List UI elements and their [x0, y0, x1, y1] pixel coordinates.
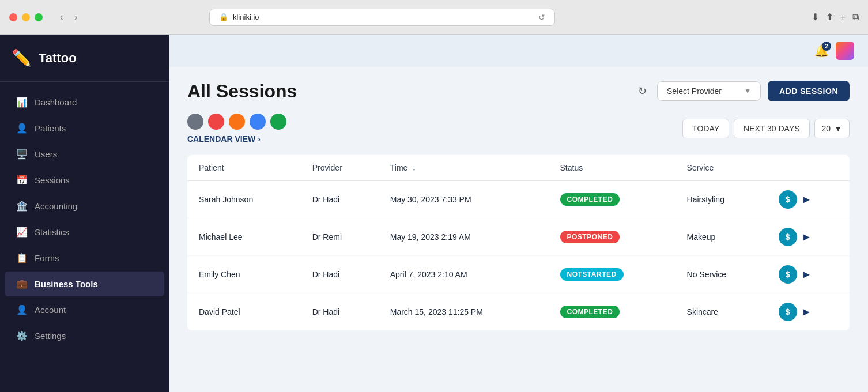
tabs-button[interactable]: ⧉ — [852, 12, 859, 22]
sidebar-label-account: Account — [35, 305, 66, 315]
dashboard-icon: 📊 — [16, 97, 28, 108]
table-row: Sarah Johnson Dr Hadi May 30, 2023 7:33 … — [187, 181, 850, 218]
status-badge: COMPLETED — [560, 193, 620, 206]
cell-provider: Dr Hadi — [301, 256, 379, 293]
chevron-right-icon: › — [258, 134, 261, 144]
app-wrapper: ✏️ Tattoo 📊 Dashboard 👤 Patients 🖥️ User… — [0, 35, 868, 392]
cell-time: May 19, 2023 2:19 AM — [379, 218, 549, 256]
sidebar-item-forms[interactable]: 📋 Forms — [5, 246, 164, 270]
col-header-provider: Provider — [301, 155, 379, 181]
browser-action-buttons: ⬇ ⬆ + ⧉ — [802, 12, 868, 22]
col-header-patient: Patient — [187, 155, 301, 181]
refresh-button[interactable]: ↻ — [635, 81, 650, 101]
filter-dot-orange[interactable] — [229, 114, 245, 130]
content-area: All Sessions ↻ Select Provider ▼ ADD SES… — [169, 67, 868, 392]
sidebar-item-business-tools[interactable]: 💼 Business Tools — [5, 272, 164, 296]
send-button[interactable]: ► — [802, 306, 812, 318]
patients-icon: 👤 — [16, 123, 28, 134]
forms-icon: 📋 — [16, 252, 28, 263]
calendar-view-label: CALENDAR VIEW — [187, 134, 255, 144]
select-provider-dropdown[interactable]: Select Provider ▼ — [657, 81, 761, 101]
view-controls: TODAY NEXT 30 DAYS 20 ▼ — [682, 119, 850, 138]
payment-button[interactable]: $ — [779, 265, 797, 284]
header-controls: ↻ Select Provider ▼ ADD SESSION — [635, 81, 850, 101]
sidebar-label-accounting: Accounting — [35, 201, 77, 211]
sidebar-item-users[interactable]: 🖥️ Users — [5, 142, 164, 167]
table-row: Emily Chen Dr Hadi April 7, 2023 2:10 AM… — [187, 256, 850, 293]
sort-icon: ↓ — [412, 164, 416, 172]
cell-actions: $ ► — [767, 293, 850, 331]
table-row: Michael Lee Dr Remi May 19, 2023 2:19 AM… — [187, 218, 850, 256]
status-badge: NOTSTARTED — [560, 268, 624, 281]
sidebar-nav: 📊 Dashboard 👤 Patients 🖥️ Users 📅 Sessio… — [0, 82, 169, 392]
cell-status: POSTPONED — [549, 218, 675, 256]
today-button[interactable]: TODAY — [682, 119, 729, 138]
user-avatar-button[interactable] — [836, 42, 854, 60]
reload-icon: ↺ — [538, 13, 545, 22]
next-30-days-button[interactable]: NEXT 30 DAYS — [734, 119, 810, 138]
sidebar-item-statistics[interactable]: 📈 Statistics — [5, 220, 164, 244]
filters-row: CALENDAR VIEW › TODAY NEXT 30 DAYS 20 ▼ — [187, 114, 850, 144]
filter-dot-gray[interactable] — [187, 114, 203, 130]
send-button[interactable]: ► — [802, 269, 812, 281]
share-button[interactable]: ⬆ — [826, 12, 833, 22]
left-controls: CALENDAR VIEW › — [187, 114, 286, 144]
cell-service: No Service — [675, 256, 767, 293]
maximize-window-button[interactable] — [35, 13, 43, 21]
sidebar-label-users: Users — [35, 149, 57, 159]
minimize-window-button[interactable] — [22, 13, 30, 21]
payment-button[interactable]: $ — [779, 303, 797, 321]
notification-button[interactable]: 🔔 2 — [814, 44, 829, 58]
back-button[interactable]: ‹ — [56, 10, 66, 25]
sidebar-item-accounting[interactable]: 🏦 Accounting — [5, 194, 164, 218]
new-tab-button[interactable]: + — [840, 12, 846, 22]
send-button[interactable]: ► — [802, 231, 812, 243]
account-icon: 👤 — [16, 304, 28, 315]
filter-dot-blue[interactable] — [250, 114, 266, 130]
payment-button[interactable]: $ — [779, 228, 797, 246]
page-size-value: 20 — [822, 124, 831, 133]
sidebar: ✏️ Tattoo 📊 Dashboard 👤 Patients 🖥️ User… — [0, 35, 169, 392]
sidebar-logo: ✏️ Tattoo — [0, 35, 169, 82]
sidebar-label-forms: Forms — [35, 253, 59, 263]
table-body: Sarah Johnson Dr Hadi May 30, 2023 7:33 … — [187, 181, 850, 331]
cell-time: April 7, 2023 2:10 AM — [379, 256, 549, 293]
sidebar-label-statistics: Statistics — [35, 227, 69, 237]
status-badge: POSTPONED — [560, 231, 620, 243]
close-window-button[interactable] — [9, 13, 17, 21]
app-name: Tattoo — [39, 51, 77, 66]
page-size-dropdown[interactable]: 20 ▼ — [814, 119, 850, 138]
filter-dot-green[interactable] — [270, 114, 286, 130]
accounting-icon: 🏦 — [16, 201, 28, 212]
action-buttons: $ ► — [779, 265, 838, 284]
sidebar-item-account[interactable]: 👤 Account — [5, 297, 164, 322]
statistics-icon: 📈 — [16, 227, 28, 238]
address-bar[interactable]: 🔒 kliniki.io ↺ — [209, 9, 555, 26]
cell-service: Makeup — [675, 218, 767, 256]
send-button[interactable]: ► — [802, 194, 812, 206]
cell-status: COMPLETED — [549, 293, 675, 331]
sidebar-item-sessions[interactable]: 📅 Sessions — [5, 168, 164, 193]
traffic-lights — [0, 13, 52, 21]
status-badge: COMPLETED — [560, 306, 620, 318]
lock-icon: 🔒 — [219, 13, 228, 21]
payment-button[interactable]: $ — [779, 190, 797, 209]
filter-dot-red[interactable] — [208, 114, 224, 130]
col-header-time[interactable]: Time ↓ — [379, 155, 549, 181]
calendar-view-link[interactable]: CALENDAR VIEW › — [187, 134, 286, 144]
forward-button[interactable]: › — [71, 10, 81, 25]
sidebar-label-patients: Patients — [35, 123, 66, 133]
col-header-status: Status — [549, 155, 675, 181]
download-button[interactable]: ⬇ — [812, 12, 819, 22]
sidebar-item-patients[interactable]: 👤 Patients — [5, 116, 164, 141]
notification-badge: 2 — [822, 42, 831, 51]
sidebar-item-dashboard[interactable]: 📊 Dashboard — [5, 90, 164, 115]
cell-actions: $ ► — [767, 256, 850, 293]
add-session-button[interactable]: ADD SESSION — [768, 81, 850, 101]
cell-patient: Emily Chen — [187, 256, 301, 293]
sidebar-label-dashboard: Dashboard — [35, 97, 77, 107]
cell-provider: Dr Remi — [301, 218, 379, 256]
browser-chrome: ‹ › 🔒 kliniki.io ↺ ⬇ ⬆ + ⧉ — [0, 0, 868, 35]
cell-time: May 30, 2023 7:33 PM — [379, 181, 549, 218]
sidebar-item-settings[interactable]: ⚙️ Settings — [5, 323, 164, 348]
